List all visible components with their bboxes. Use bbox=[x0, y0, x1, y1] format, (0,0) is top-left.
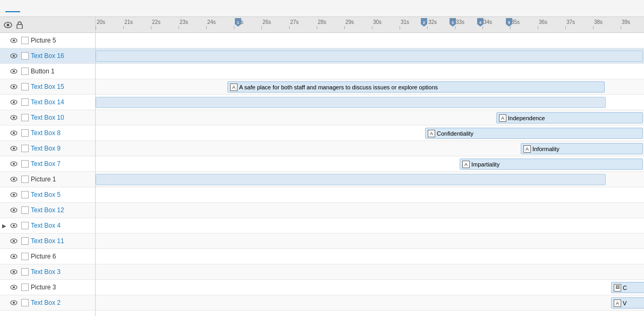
tab-bar bbox=[0, 0, 644, 17]
track-row[interactable] bbox=[96, 234, 644, 249]
layer-checkbox[interactable] bbox=[21, 222, 29, 229]
eye-all-icon[interactable] bbox=[2, 19, 14, 31]
layer-row[interactable]: Text Box 14 bbox=[0, 95, 95, 110]
ruler-label: 29s bbox=[345, 19, 354, 25]
track-row[interactable] bbox=[96, 172, 644, 187]
layer-checkbox[interactable] bbox=[21, 68, 29, 75]
layer-row[interactable]: Text Box 15 bbox=[0, 79, 95, 95]
eye-icon[interactable] bbox=[9, 35, 19, 46]
eye-icon[interactable] bbox=[9, 66, 19, 77]
layer-row[interactable]: Text Box 16 bbox=[0, 48, 95, 64]
track-row[interactable] bbox=[96, 218, 644, 234]
layer-checkbox[interactable] bbox=[21, 176, 29, 183]
track-block[interactable]: 🖼C bbox=[611, 282, 644, 293]
track-row[interactable] bbox=[96, 264, 644, 280]
track-block[interactable]: AV bbox=[611, 297, 644, 309]
layer-row[interactable]: Text Box 8 bbox=[0, 126, 95, 141]
eye-icon[interactable] bbox=[9, 251, 19, 262]
track-row[interactable]: AIndependence bbox=[96, 110, 644, 126]
eye-icon[interactable] bbox=[9, 189, 19, 200]
eye-icon[interactable] bbox=[9, 143, 19, 154]
layer-checkbox[interactable] bbox=[21, 37, 29, 44]
track-row[interactable]: AA safe place for both staff and manager… bbox=[96, 79, 644, 95]
layer-row[interactable]: Text Box 2 bbox=[0, 295, 95, 311]
layer-checkbox[interactable] bbox=[21, 160, 29, 168]
track-row[interactable] bbox=[96, 187, 644, 203]
track-block[interactable]: AInformality bbox=[521, 143, 643, 154]
ruler-mark: 22s bbox=[151, 17, 160, 29]
track-block[interactable]: AConfidentiality bbox=[425, 128, 643, 139]
layer-checkbox[interactable] bbox=[21, 145, 29, 152]
track-row[interactable] bbox=[96, 95, 644, 110]
track-row[interactable]: AV bbox=[96, 295, 644, 311]
layer-row[interactable]: Text Box 3 bbox=[0, 264, 95, 280]
layer-checkbox[interactable] bbox=[21, 52, 29, 60]
tab-timeline[interactable] bbox=[5, 5, 20, 12]
timeline-ruler[interactable]: 20s21s22s23s24s25s26s27s28s29s30s31s32s3… bbox=[96, 17, 644, 33]
layer-checkbox[interactable] bbox=[21, 83, 29, 90]
track-row[interactable]: AConfidentiality bbox=[96, 126, 644, 141]
svg-point-30 bbox=[13, 240, 15, 242]
tab-notes[interactable] bbox=[39, 5, 54, 12]
layer-checkbox[interactable] bbox=[21, 191, 29, 198]
track-block[interactable] bbox=[96, 97, 606, 108]
text-icon: A bbox=[614, 300, 621, 307]
layer-row[interactable]: Button 1 bbox=[0, 64, 95, 79]
eye-icon[interactable] bbox=[9, 81, 19, 92]
track-row[interactable]: AInformality bbox=[96, 141, 644, 156]
layer-checkbox[interactable] bbox=[21, 129, 29, 137]
track-row[interactable]: 🖼C bbox=[96, 280, 644, 295]
layer-row[interactable]: Text Box 12 bbox=[0, 203, 95, 218]
layer-name: Picture 1 bbox=[31, 176, 56, 183]
layer-row[interactable]: Picture 5 bbox=[0, 33, 95, 48]
layer-checkbox[interactable] bbox=[21, 237, 29, 245]
track-block-label: Informality bbox=[532, 146, 560, 152]
track-block-label: Confidentiality bbox=[437, 130, 473, 137]
layer-row[interactable]: Text Box 10 bbox=[0, 110, 95, 126]
layer-checkbox[interactable] bbox=[21, 206, 29, 214]
layer-checkbox[interactable] bbox=[21, 253, 29, 260]
track-row[interactable] bbox=[96, 48, 644, 64]
layer-row[interactable]: Text Box 9 bbox=[0, 141, 95, 156]
layer-checkbox[interactable] bbox=[21, 114, 29, 121]
track-block[interactable]: AIndependence bbox=[496, 112, 643, 123]
layer-row[interactable]: Text Box 5 bbox=[0, 187, 95, 203]
eye-icon[interactable] bbox=[9, 112, 19, 123]
eye-icon[interactable] bbox=[9, 267, 19, 277]
eye-icon[interactable] bbox=[9, 205, 19, 215]
layer-row[interactable]: Picture 1 bbox=[0, 172, 95, 187]
ruler-label: 24s bbox=[207, 19, 216, 25]
eye-icon[interactable] bbox=[9, 97, 19, 107]
layer-row[interactable]: Picture 3 bbox=[0, 280, 95, 295]
track-row[interactable] bbox=[96, 203, 644, 218]
eye-icon[interactable] bbox=[9, 51, 19, 61]
track-block[interactable]: AImpartiality bbox=[460, 159, 643, 170]
layer-checkbox[interactable] bbox=[21, 98, 29, 106]
track-block[interactable] bbox=[96, 51, 643, 62]
eye-icon[interactable] bbox=[9, 220, 19, 231]
eye-icon[interactable] bbox=[9, 236, 19, 246]
track-row[interactable] bbox=[96, 249, 644, 264]
layer-checkbox[interactable] bbox=[21, 284, 29, 291]
eye-icon[interactable] bbox=[9, 174, 19, 185]
track-row[interactable] bbox=[96, 64, 644, 79]
layer-row[interactable]: Picture 6 bbox=[0, 249, 95, 264]
svg-point-26 bbox=[13, 209, 15, 211]
text-icon: A bbox=[523, 145, 531, 153]
layer-checkbox[interactable] bbox=[21, 268, 29, 276]
layer-row[interactable]: Text Box 7 bbox=[0, 156, 95, 172]
track-block[interactable]: AA safe place for both staff and manager… bbox=[227, 81, 605, 93]
eye-icon[interactable] bbox=[9, 128, 19, 138]
track-row[interactable]: AImpartiality bbox=[96, 156, 644, 172]
layer-row[interactable]: Text Box 11 bbox=[0, 234, 95, 249]
layer-row[interactable]: ▶ Text Box 4 bbox=[0, 218, 95, 234]
eye-icon[interactable] bbox=[9, 159, 19, 169]
eye-icon[interactable] bbox=[9, 297, 19, 308]
tab-states[interactable] bbox=[22, 5, 37, 12]
eye-icon[interactable] bbox=[9, 282, 19, 293]
lock-all-icon[interactable] bbox=[14, 19, 26, 31]
layer-checkbox[interactable] bbox=[21, 299, 29, 306]
layer-name: Text Box 14 bbox=[31, 98, 64, 106]
track-block[interactable] bbox=[96, 174, 606, 185]
track-row[interactable] bbox=[96, 33, 644, 48]
